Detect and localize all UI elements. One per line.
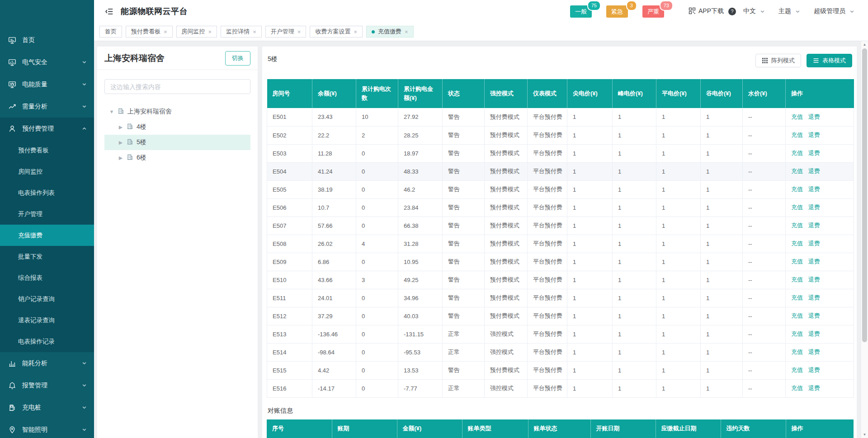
reconciliation-title: 对账信息 [268,407,857,415]
sidebar-subitem[interactable]: 退表记录查询 [0,310,94,331]
alarm-button[interactable]: 一般75 [570,5,592,18]
sidebar-item[interactable]: 电能质量 [0,73,94,95]
sidebar-subitem[interactable]: 销户记录查询 [0,288,94,310]
refund-link[interactable]: 退费 [808,168,820,174]
recharge-link[interactable]: 充值 [791,276,803,283]
recharge-link[interactable]: 充值 [791,367,803,373]
caret-down-icon[interactable]: ▼ [109,109,114,114]
refund-link[interactable]: 退费 [808,113,820,120]
help-icon[interactable]: ? [728,8,736,15]
sidebar-subitem[interactable]: 房间监控 [0,161,94,182]
refund-link[interactable]: 退费 [808,385,820,391]
refund-link[interactable]: 退费 [808,312,820,319]
sidebar-item[interactable]: 能耗分析 [0,352,94,374]
refund-link[interactable]: 退费 [808,349,820,355]
sidebar-subitem[interactable]: 电表操作记录 [0,331,94,352]
recharge-link[interactable]: 充值 [791,168,803,174]
table-mode-label: 表格模式 [822,57,846,65]
sidebar-subitem[interactable]: 开户管理 [0,203,94,225]
sidebar-subitem[interactable]: 充值缴费 [0,225,94,246]
recharge-link[interactable]: 充值 [791,186,803,193]
recharge-link[interactable]: 充值 [791,150,803,156]
sidebar-item[interactable]: 充电桩 [0,396,94,419]
tab-active[interactable]: 充值缴费× [366,26,414,38]
refund-link[interactable]: 退费 [808,204,820,211]
recharge-link[interactable]: 充值 [791,222,803,229]
sidebar-item[interactable]: 智能照明 [0,419,94,438]
table-cell: 1 [613,144,656,162]
refund-link[interactable]: 退费 [808,276,820,283]
scroll-up-arrow[interactable]: ▲ [861,41,868,48]
refund-link[interactable]: 退费 [808,240,820,247]
switch-button[interactable]: 切换 [225,51,250,66]
tab-item[interactable]: 首页 [99,26,122,38]
recharge-link[interactable]: 充值 [791,204,803,211]
close-icon[interactable]: × [405,29,408,35]
table-row: E50757.66066.38警告预付费模式平台预付费1111--充值退费 [267,217,854,235]
refund-link[interactable]: 退费 [808,294,820,301]
tree-node-floor[interactable]: ▶6楼 [104,150,250,165]
scrollbar-thumb[interactable] [862,48,867,342]
tab-item[interactable]: 开户管理× [265,26,307,38]
collapse-sidebar-icon[interactable] [105,7,113,16]
sidebar-item[interactable]: 预付费管理 [0,118,94,140]
refund-link[interactable]: 退费 [808,222,820,229]
refund-link[interactable]: 退费 [808,367,820,373]
sidebar-item[interactable]: 报警管理 [0,374,94,396]
sidebar-subitem[interactable]: 预付费看板 [0,140,94,161]
recharge-link[interactable]: 充值 [791,113,803,120]
tab-item[interactable]: 预付费看板× [126,26,173,38]
table-mode-button[interactable]: 表格模式 [807,54,852,67]
close-icon[interactable]: × [253,29,256,35]
recharge-link[interactable]: 充值 [791,349,803,355]
tree-node-floor[interactable]: ▶4楼 [104,119,250,135]
sidebar-subitem[interactable]: 批量下发 [0,246,94,267]
tree-node-root[interactable]: ▼上海安科瑞宿舍 [104,104,250,119]
tree-node-floor[interactable]: ▶5楼 [104,135,250,150]
recharge-link[interactable]: 充值 [791,294,803,301]
theme-dropdown[interactable]: 主题 [778,7,800,15]
recharge-link[interactable]: 充值 [791,258,803,265]
table-cell: 1 [613,126,656,144]
close-icon[interactable]: × [297,29,301,35]
sidebar-subitem[interactable]: 综合报表 [0,267,94,288]
language-dropdown[interactable]: 中文 [743,7,765,15]
sidebar-item[interactable]: 首页 [0,29,94,51]
recharge-link[interactable]: 充值 [791,132,803,138]
refund-link[interactable]: 退费 [808,258,820,265]
sidebar-item[interactable]: 电气安全 [0,51,94,73]
refund-link[interactable]: 退费 [808,132,820,138]
tab-item[interactable]: 收费方案设置× [310,26,363,38]
caret-right-icon[interactable]: ▶ [118,140,123,146]
recharge-link[interactable]: 充值 [791,312,803,319]
user-dropdown[interactable]: 超级管理员 [814,7,854,15]
recharge-link[interactable]: 充值 [791,330,803,337]
close-icon[interactable]: × [208,29,212,35]
app-root: 首页电气安全电能质量需量分析预付费管理预付费看板房间监控电表操作列表开户管理充值… [0,0,868,438]
grid-mode-button[interactable]: 阵列模式 [755,54,801,67]
tab-label: 开户管理 [271,28,294,36]
vertical-scrollbar[interactable]: ▲ ▼ [861,41,868,438]
alarm-button[interactable]: 紧急3 [606,5,628,18]
app-download-link[interactable]: APP下载 [689,7,724,16]
search-input[interactable] [104,79,250,94]
tab-item[interactable]: 监控详情× [221,26,262,38]
scroll-down-arrow[interactable]: ▼ [861,431,868,438]
refund-link[interactable]: 退费 [808,330,820,337]
refund-link[interactable]: 退费 [808,186,820,193]
close-icon[interactable]: × [354,29,357,35]
dashboard-icon [8,36,16,44]
recharge-link[interactable]: 充值 [791,240,803,247]
close-icon[interactable]: × [164,29,167,35]
table-cell: 平台预付费 [528,379,567,397]
sidebar-subitem[interactable]: 电表操作列表 [0,182,94,203]
sidebar-item[interactable]: 需量分析 [0,95,94,118]
tab-item[interactable]: 房间监控× [176,26,217,38]
refund-link[interactable]: 退费 [808,150,820,156]
alarm-button[interactable]: 严重73 [642,5,664,18]
actions-cell: 充值退费 [786,198,854,217]
caret-right-icon[interactable]: ▶ [118,155,123,161]
chevron-down-icon [82,104,87,109]
recharge-link[interactable]: 充值 [791,385,803,391]
caret-right-icon[interactable]: ▶ [118,124,123,130]
